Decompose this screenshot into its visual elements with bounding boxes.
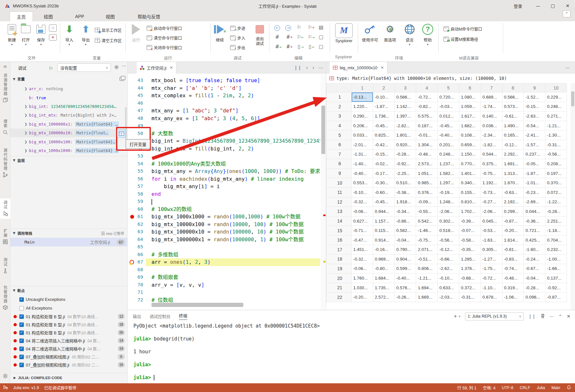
- grid-cell[interactable]: 0.599...: [395, 264, 416, 273]
- grid-cell[interactable]: -0.15...: [373, 149, 395, 159]
- grid-cell[interactable]: -0.32...: [352, 197, 373, 207]
- grid-cell[interactable]: 0.229...: [545, 92, 567, 102]
- debug-config-select[interactable]: 没有配置∨: [57, 63, 111, 72]
- grid-row[interactable]: 15-0.71...0.115...0.582...-1.46...0.518.…: [326, 226, 567, 235]
- activity-item-7[interactable]: 包管理器: [0, 283, 10, 313]
- grid-cell[interactable]: 2.573...: [416, 159, 438, 169]
- grid-cell[interactable]: -0.58...: [459, 235, 481, 245]
- grid-cell[interactable]: 0.187...: [416, 121, 438, 130]
- grid-cell[interactable]: 1.192...: [481, 178, 502, 188]
- grid-cell[interactable]: 1.617...: [459, 111, 481, 121]
- grid-cell[interactable]: -2.03...: [438, 292, 459, 302]
- grid-cell[interactable]: -0.31...: [459, 292, 481, 302]
- tab-close-icon[interactable]: ✕: [170, 65, 173, 70]
- grid-cell[interactable]: 1.285...: [459, 254, 481, 264]
- grid-cell[interactable]: 0.115...: [373, 226, 395, 235]
- grid-cell[interactable]: -0.26...: [395, 292, 416, 302]
- grid-row[interactable]: 8-1.40...-0.02...-0.92...2.573...1.237..…: [326, 159, 567, 169]
- grid-row-header[interactable]: 4: [326, 121, 352, 130]
- breakpoint-row-6[interactable]: 07_叠加阶梯图和线图.jl05 图形\02 二…6: [10, 353, 127, 361]
- grid-cell[interactable]: 1.248...: [438, 197, 459, 207]
- grid-cell[interactable]: 1.760...: [352, 273, 373, 283]
- panel-more-icon[interactable]: ⋯: [122, 63, 127, 68]
- grid-cell[interactable]: -0.45...: [438, 121, 459, 130]
- grid-row[interactable]: 30.290...1.736...1.397...0.575...0.012..…: [326, 111, 567, 121]
- mode-status[interactable]: Main: [551, 386, 560, 390]
- grid-cell[interactable]: 1.451...: [352, 245, 373, 254]
- open-variable-icon[interactable]: [117, 129, 126, 138]
- grid-cell[interactable]: -0.34...: [395, 207, 416, 216]
- code-line-70[interactable]: 70arr_v = [v, v, v]: [128, 281, 326, 289]
- grid-col-header[interactable]: 9: [524, 83, 545, 92]
- grid-cell[interactable]: 0.201...: [438, 140, 459, 149]
- debug-gear-icon[interactable]: [114, 65, 119, 71]
- grid-row[interactable]: 16-0.47...0.914...-0.04...-0.75...-0.56.…: [326, 235, 567, 245]
- code-line-44[interactable]: 44mtx_char = ['a' 'b'; 'c' 'd']: [128, 84, 326, 92]
- grid-cell[interactable]: 0.319...: [502, 283, 524, 292]
- code-line-54[interactable]: 54# 1000x1000的Any类型大数组: [128, 160, 326, 168]
- grid-cell[interactable]: -0.09...: [416, 197, 438, 207]
- grid-cell[interactable]: 0.904...: [395, 254, 416, 264]
- editor-tab-workspace[interactable]: 工作空间.jl ✕: [137, 62, 176, 73]
- ribbon-tab-4[interactable]: 视图: [95, 12, 125, 21]
- grid-cell[interactable]: 1.157...: [373, 216, 395, 226]
- grid-row-header[interactable]: 6: [326, 140, 352, 149]
- start-repl-button[interactable]: ▶ 启动命令行窗口: [147, 24, 182, 32]
- settings-gear-icon[interactable]: [0, 373, 10, 379]
- grid-cell[interactable]: 1.220...: [352, 102, 373, 111]
- grid-cell[interactable]: -0.05...: [524, 159, 545, 169]
- grid-cell[interactable]: 0.544...: [481, 149, 502, 159]
- maximize-panel-icon[interactable]: ⌃: [559, 314, 562, 319]
- grid-cell[interactable]: 1.297...: [438, 178, 459, 188]
- grid-cell[interactable]: -0.39...: [459, 216, 481, 226]
- code-area[interactable]: 43mtx_bool = [true false; false true]44m…: [128, 73, 326, 310]
- julia-compiled-code-section[interactable]: ▶JULIA: COMPILED CODE: [10, 373, 127, 382]
- code-line-60[interactable]: 60# 100wx2的数组: [128, 206, 326, 213]
- ribbon-collapse-icon[interactable]: ⌃: [563, 10, 570, 17]
- callstack-section-header[interactable]: ▼调用堆栈 因 step 已暂停: [10, 229, 127, 237]
- grid-cell[interactable]: -0.40...: [395, 273, 416, 283]
- grid-cell[interactable]: -1.06...: [502, 292, 524, 302]
- grid-cell[interactable]: -0.48...: [416, 149, 438, 159]
- minimize-button[interactable]: —: [531, 0, 545, 12]
- comment-icon[interactable]: #: [273, 33, 281, 41]
- grid-cell[interactable]: 0.920...: [395, 140, 416, 149]
- grid-cell[interactable]: -1.63...: [481, 235, 502, 245]
- grid-cell[interactable]: 1.142...: [395, 102, 416, 111]
- grid-row[interactable]: 50.033...0.825...1.801...-0.01...-0.40..…: [326, 130, 567, 140]
- ribbon-tab-2[interactable]: 绘图: [33, 12, 64, 21]
- grid-row-header[interactable]: 15: [326, 226, 352, 235]
- grid-cell[interactable]: 1.918...: [395, 197, 416, 207]
- matrix-data-grid[interactable]: 123456789101-0.13...-0.10...0.566...-0.7…: [326, 83, 567, 302]
- grid-cell[interactable]: 0.689...: [481, 92, 502, 102]
- grid-cell[interactable]: 1.059...: [459, 102, 481, 111]
- grid-cell[interactable]: 0.566...: [395, 92, 416, 102]
- split-editor-icon[interactable]: ❘❘: [294, 65, 301, 70]
- grid-cell[interactable]: -0.20...: [502, 226, 524, 235]
- menu-icon[interactable]: ≡: [0, 64, 10, 69]
- grid-cell[interactable]: -2.82...: [395, 121, 416, 130]
- grid-row-header[interactable]: 16: [326, 235, 352, 245]
- editor-horizontal-scrollbar[interactable]: [151, 303, 243, 307]
- grid-cell[interactable]: -0.80...: [373, 264, 395, 273]
- grid-cell[interactable]: 0.376...: [416, 187, 438, 197]
- grid-row-header[interactable]: 10: [326, 178, 352, 188]
- grid-row-header[interactable]: 18: [326, 254, 352, 264]
- variable-row-arr_v[interactable]: ❯arr_v: nothing: [10, 84, 127, 93]
- grid-cell[interactable]: 1.870...: [502, 178, 524, 188]
- grid-cell[interactable]: 0.678...: [481, 292, 502, 302]
- grid-cell[interactable]: -1.00...: [545, 254, 567, 264]
- panel-tab-1[interactable]: 输出: [133, 313, 141, 319]
- grid-cell[interactable]: -1.22...: [545, 197, 567, 207]
- grid-row-header[interactable]: 1: [326, 92, 352, 102]
- grid-cell[interactable]: -0.87...: [545, 292, 567, 302]
- grid-cell[interactable]: -1.82...: [481, 140, 502, 149]
- grid-cell[interactable]: 0.248...: [545, 102, 567, 111]
- grid-cell[interactable]: 1.397...: [395, 111, 416, 121]
- grid-cell[interactable]: -0.35...: [459, 245, 481, 254]
- grid-cell[interactable]: -0.66...: [438, 254, 459, 264]
- variable-row-big_mtx_1000000x1[interactable]: ❯big_mtx_1000000x1: Matrix{Float64} …: [10, 120, 127, 129]
- grid-cell[interactable]: -0.07...: [459, 226, 481, 235]
- grid-cell[interactable]: -0.71...: [352, 226, 373, 235]
- close-repl-button[interactable]: ✕ 关闭命令行窗口: [147, 44, 182, 51]
